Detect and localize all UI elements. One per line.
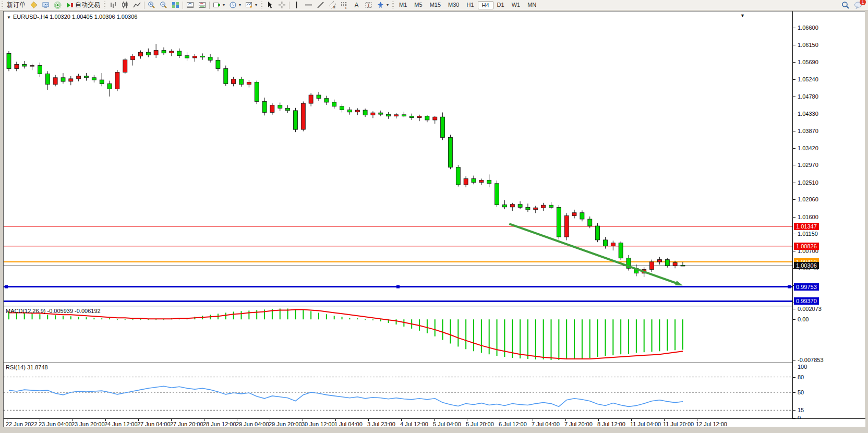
templates-icon — [245, 1, 253, 9]
signals-icon — [54, 1, 62, 9]
time-label: 23 Jun 20:00 — [71, 421, 105, 427]
time-label: 27 Jun 04:00 — [137, 421, 171, 427]
toolbar-grip[interactable] — [104, 2, 105, 9]
macd-tick-label: 0.002073 — [798, 306, 822, 312]
toolbar-grip[interactable] — [261, 2, 262, 9]
new-order-button[interactable]: 新订单 — [5, 1, 28, 10]
price-marker-1.01347: 1.01347 — [794, 223, 819, 230]
price-tick-label: 1.03420 — [798, 145, 818, 151]
svg-text:F: F — [345, 6, 347, 9]
time-label: 30 Jun 12:00 — [302, 421, 335, 427]
autotrading-button[interactable]: 自动交易 — [64, 1, 102, 10]
arrows-tool-button[interactable]: ▾ — [375, 1, 391, 10]
vertical-line-tool-button[interactable] — [291, 1, 303, 10]
time-label: 27 Jun 20:00 — [170, 421, 203, 427]
price-tick-label: 1.05240 — [798, 76, 818, 82]
tile-windows-button[interactable] — [170, 1, 182, 10]
toolbar-grip[interactable] — [2, 2, 3, 9]
arrange-windows-button[interactable] — [196, 1, 208, 10]
zoom-out-button[interactable] — [158, 1, 170, 10]
price-tick-label: 1.04330 — [798, 111, 818, 117]
equidistant-channel-tool-button[interactable]: E — [327, 1, 339, 10]
period-clock-button[interactable]: ▾ — [227, 1, 243, 10]
timeframe-button-h4[interactable]: H4 — [478, 1, 493, 9]
period-caret: ▾ — [239, 3, 241, 7]
axis-tick — [793, 45, 795, 45]
trend-arrow-head[interactable] — [675, 281, 683, 285]
search-button[interactable] — [841, 1, 850, 9]
add-indicator-caret: ▾ — [223, 3, 225, 7]
axis-tick — [793, 28, 795, 28]
rsi-panel[interactable]: RSI(14) 31.8748 — [4, 363, 792, 418]
timeframe-button-m5[interactable]: M5 — [411, 1, 426, 9]
time-axis[interactable]: 22 Jun 202223 Jun 04:0023 Jun 20:0024 Ju… — [4, 418, 865, 427]
chart-dropdown-icon[interactable]: ▼ — [7, 15, 11, 20]
search-icon — [841, 1, 850, 9]
price-tick-label: 1.01600 — [798, 214, 818, 220]
line-chart-button[interactable] — [131, 1, 143, 10]
trend-arrow[interactable] — [509, 224, 679, 284]
candlestick-chart-button[interactable] — [119, 1, 131, 10]
axis-tick — [793, 79, 795, 80]
line-handle[interactable] — [5, 285, 8, 288]
bar-chart-button[interactable] — [107, 1, 119, 10]
indicator-window-button[interactable] — [184, 1, 196, 10]
trendline-tool-button[interactable] — [315, 1, 327, 10]
axis-tick — [793, 97, 795, 97]
text-tool-button[interactable]: A — [351, 1, 363, 10]
main-chart-panel[interactable] — [4, 11, 792, 306]
timeframe-button-h1[interactable]: H1 — [463, 1, 477, 9]
time-label: 5 Jul 20:00 — [466, 421, 494, 427]
timeframe-button-d1[interactable]: D1 — [493, 1, 508, 9]
timeframe-button-w1[interactable]: W1 — [508, 1, 524, 9]
line-handle[interactable] — [396, 285, 400, 288]
horizontal-line-icon — [305, 1, 312, 9]
price-tick-label: 1.02510 — [798, 179, 818, 186]
rsi-tick-label: 15 — [798, 407, 804, 413]
strategy-tester-button[interactable] — [40, 1, 52, 10]
timeframe-button-mn[interactable]: MN — [524, 1, 540, 9]
price-marker-0.99370: 0.99370 — [794, 297, 819, 305]
price-axis[interactable]: 1.066001.061501.056901.052401.047801.043… — [792, 11, 865, 418]
price-tick-label: 1.04780 — [798, 93, 818, 100]
strategy-tester-icon — [42, 1, 50, 9]
trendline-icon — [317, 1, 324, 9]
price-tick-label: 1.02060 — [798, 196, 818, 202]
new-order-label: 新订单 — [7, 1, 26, 9]
arrows-icon — [377, 1, 384, 9]
rsi-tick-label: 80 — [798, 374, 804, 380]
axis-tick — [793, 183, 795, 183]
price-tick-label: 1.05690 — [798, 59, 818, 65]
svg-text:E: E — [333, 6, 335, 9]
text-label-tool-button[interactable]: T — [363, 1, 375, 10]
time-label: 3 Jul 23:00 — [367, 421, 395, 427]
templates-caret: ▾ — [255, 3, 257, 7]
horizontal-line-tool-button[interactable] — [303, 1, 315, 10]
zoom-in-button[interactable] — [146, 1, 158, 10]
macd-panel[interactable]: MACD(12,26,9) -0.005939 -0.006192 — [4, 307, 792, 362]
line-handle[interactable] — [788, 285, 791, 288]
notifications-button[interactable]: 1 — [854, 1, 863, 9]
add-indicator-button[interactable]: ▾ — [211, 1, 227, 10]
rsi-label: RSI(14) 31.8748 — [6, 364, 48, 370]
timeframe-button-m15[interactable]: M15 — [426, 1, 444, 9]
text-label-icon: T — [365, 1, 372, 9]
crosshair-tool-button[interactable] — [276, 1, 288, 10]
fibonacci-tool-button[interactable]: F — [339, 1, 351, 10]
timeframe-button-m1[interactable]: M1 — [395, 1, 411, 9]
axis-tick — [793, 309, 795, 309]
templates-button[interactable]: ▾ — [243, 1, 259, 10]
cursor-tool-button[interactable] — [264, 1, 276, 10]
chart-title: ▼EURUSD-,H4 1.00320 1.00405 1.00306 1.00… — [7, 14, 137, 20]
arrows-caret: ▾ — [387, 3, 389, 7]
zoom-in-icon — [148, 1, 155, 9]
price-marker-1.00306: 1.00306 — [794, 262, 819, 269]
metaeditor-button[interactable] — [28, 1, 40, 10]
price-tick-label: 1.02970 — [798, 162, 818, 168]
svg-text:T: T — [367, 3, 370, 8]
macd-tick-label: 0.00 — [798, 316, 809, 322]
toolbar-grip[interactable] — [392, 2, 394, 9]
timeframe-button-m30[interactable]: M30 — [444, 1, 463, 9]
time-label: 1 Jul 04:00 — [334, 421, 363, 427]
signals-button[interactable] — [52, 1, 64, 10]
